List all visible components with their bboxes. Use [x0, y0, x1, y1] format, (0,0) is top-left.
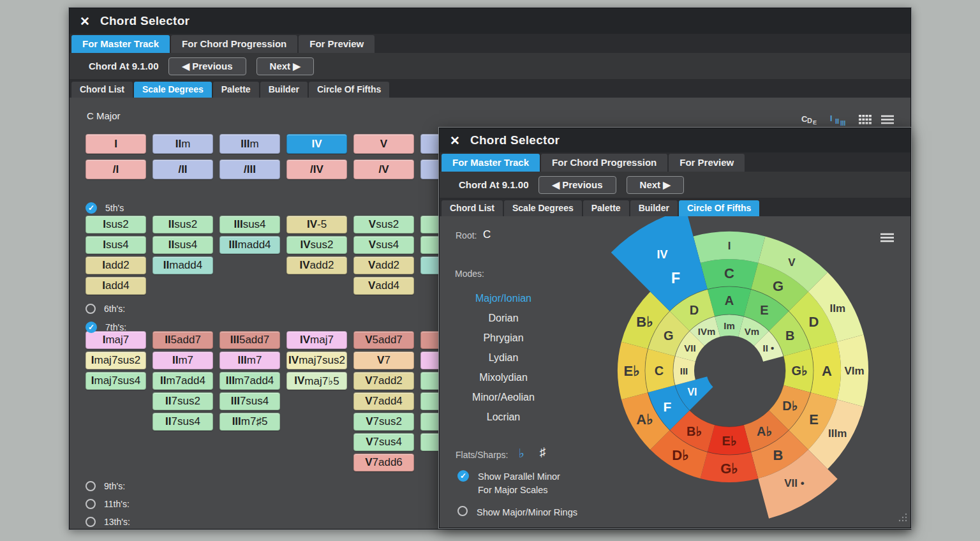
tab-for-master-track[interactable]: For Master Track: [442, 154, 540, 172]
close-icon[interactable]: ✕: [450, 133, 460, 148]
tab-chord-list[interactable]: Chord List: [442, 200, 503, 216]
chord-button-ivmaj7sus2[interactable]: IVmaj7sus2: [286, 352, 347, 369]
chord-button-ii7sus4[interactable]: II7sus4: [152, 413, 213, 431]
next-button[interactable]: Next ▶: [627, 176, 684, 194]
chord-button-i[interactable]: I: [85, 134, 146, 154]
chord-button-iiimadd4[interactable]: IIImadd4: [219, 236, 280, 254]
tab-for-preview[interactable]: For Preview: [299, 35, 375, 53]
chord-button-iiim7-5[interactable]: IIIm7♯5: [219, 413, 280, 431]
mode-item-dorian[interactable]: Dorian: [446, 313, 561, 324]
chord-button-iadd2[interactable]: Iadd2: [85, 256, 146, 274]
mode-item-locrian[interactable]: Locrian: [446, 411, 561, 423]
flat-icon[interactable]: ♭: [519, 446, 524, 461]
chord-button-v7sus4[interactable]: V7sus4: [353, 433, 414, 451]
chord-button-ii[interactable]: /II: [152, 159, 213, 179]
tab-for-master-track[interactable]: For Master Track: [71, 35, 170, 53]
chord-button-v7sus2[interactable]: V7sus2: [353, 413, 414, 431]
tab-palette[interactable]: Palette: [583, 200, 629, 216]
tab-circle-of-fifths[interactable]: Circle Of Fifths: [679, 200, 759, 216]
chord-button-iiim7add4[interactable]: IIIm7add4: [219, 372, 280, 390]
chord-button-iii7sus4[interactable]: III7sus4: [219, 392, 280, 410]
chord-button-i[interactable]: /I: [85, 159, 146, 179]
radio-icon[interactable]: [85, 517, 96, 527]
chord-button-vsus4[interactable]: Vsus4: [353, 236, 414, 254]
radio-icon[interactable]: [85, 481, 96, 491]
radio-icon[interactable]: [457, 506, 468, 516]
tab-for-chord-progression[interactable]: For Chord Progression: [171, 35, 297, 53]
tab-builder[interactable]: Builder: [260, 82, 308, 98]
chord-button-imaj7sus2[interactable]: Imaj7sus2: [85, 352, 146, 369]
option-show-parallel-minor[interactable]: ✓Show Parallel MinorFor Major Scales: [457, 470, 560, 497]
chord-button-imaj7sus4[interactable]: Imaj7sus4: [85, 372, 146, 390]
mode-item-mixolydian[interactable]: Mixolydian: [446, 372, 561, 383]
option-show-major-minor-rings[interactable]: Show Major/Minor Rings: [457, 506, 577, 519]
tab-palette[interactable]: Palette: [213, 82, 259, 98]
tab-for-preview[interactable]: For Preview: [669, 154, 745, 172]
checkbox-checked-icon[interactable]: ✓: [85, 202, 97, 214]
chord-button-ivsus2[interactable]: IVsus2: [286, 236, 347, 254]
radio-icon[interactable]: [85, 304, 96, 314]
next-button[interactable]: Next ▶: [256, 57, 314, 75]
chord-button-iv[interactable]: /IV: [286, 159, 347, 179]
close-icon[interactable]: ✕: [80, 14, 90, 29]
sharp-icon[interactable]: ♯: [540, 445, 546, 459]
radio-icon[interactable]: [85, 499, 96, 509]
scale-degrees-icon[interactable]: IIIIII: [830, 114, 849, 127]
chord-button-ii5add7[interactable]: II5add7: [152, 331, 213, 349]
menu-icon[interactable]: [881, 115, 894, 127]
grid-view-icon[interactable]: [859, 115, 872, 127]
tab-chord-list[interactable]: Chord List: [71, 82, 133, 98]
chord-button-v7[interactable]: V7: [353, 352, 414, 369]
chord-button-ivmaj7[interactable]: IVmaj7: [286, 331, 347, 349]
chord-button-isus4[interactable]: Isus4: [85, 236, 146, 254]
previous-button[interactable]: ◀ Previous: [168, 57, 246, 75]
checkbox-checked-icon[interactable]: ✓: [457, 470, 469, 482]
chord-button-iimadd4[interactable]: IImadd4: [152, 256, 213, 274]
mode-item-lydian[interactable]: Lydian: [446, 352, 561, 364]
tab-scale-degrees[interactable]: Scale Degrees: [134, 82, 212, 98]
mode-item-phrygian[interactable]: Phrygian: [446, 332, 561, 344]
wheel-label-iiim: IIIm: [828, 427, 847, 440]
chord-button-ii7sus2[interactable]: II7sus2: [152, 392, 213, 410]
chord-button-v[interactable]: /V: [353, 159, 414, 179]
chord-button-iim7add4[interactable]: IIm7add4: [152, 372, 213, 390]
tab-circle-of-fifths[interactable]: Circle Of Fifths: [309, 82, 389, 98]
chord-button-imaj7[interactable]: Imaj7: [85, 331, 146, 349]
chord-button-v[interactable]: V: [353, 134, 414, 154]
chord-button-vadd4[interactable]: Vadd4: [353, 277, 414, 295]
root-value[interactable]: C: [483, 228, 491, 241]
previous-button[interactable]: ◀ Previous: [538, 176, 616, 194]
chord-button-v7add2[interactable]: V7add2: [353, 372, 414, 390]
chord-button-iii5add7[interactable]: III5add7: [219, 331, 280, 349]
chord-button-iiisus4[interactable]: IIIsus4: [219, 216, 280, 233]
chord-button-iii[interactable]: /III: [219, 159, 280, 179]
note-names-icon[interactable]: CDE: [801, 114, 820, 127]
chord-button-v7add4[interactable]: V7add4: [353, 392, 414, 410]
chord-button-iiim[interactable]: IIIm: [219, 134, 280, 154]
chord-button-iisus4[interactable]: IIsus4: [152, 236, 213, 254]
chord-button-iv-5[interactable]: IV-5: [286, 216, 347, 233]
resize-grip[interactable]: [898, 513, 907, 524]
menu-icon[interactable]: [880, 233, 894, 245]
titlebar[interactable]: ✕ Chord Selector: [440, 128, 910, 152]
chord-button-vadd2[interactable]: Vadd2: [353, 256, 414, 274]
mode-item-major-ionian[interactable]: Major/Ionian: [446, 293, 561, 304]
chord-button-iisus2[interactable]: IIsus2: [152, 216, 213, 233]
chord-button-vsus2[interactable]: Vsus2: [353, 216, 414, 233]
titlebar[interactable]: ✕ Chord Selector: [70, 8, 910, 34]
chord-button-iim7[interactable]: IIm7: [152, 352, 213, 369]
chord-button-iiim7[interactable]: IIIm7: [219, 352, 280, 369]
chord-button-iv[interactable]: IV: [286, 134, 347, 154]
tab-builder[interactable]: Builder: [630, 200, 678, 216]
chord-button-ivmaj7-5[interactable]: IVmaj7♭5: [286, 372, 347, 390]
chord-button-v7add6[interactable]: V7add6: [353, 454, 414, 471]
tab-for-chord-progression[interactable]: For Chord Progression: [541, 154, 667, 172]
tab-scale-degrees[interactable]: Scale Degrees: [504, 200, 582, 216]
chord-button-ivadd2[interactable]: IVadd2: [286, 256, 347, 274]
chord-button-iim[interactable]: IIm: [152, 134, 213, 154]
checkbox-checked-icon[interactable]: ✓: [85, 322, 97, 333]
chord-button-v5add7[interactable]: V5add7: [353, 331, 414, 349]
chord-button-isus2[interactable]: Isus2: [85, 216, 146, 233]
chord-button-iadd4[interactable]: Iadd4: [85, 277, 146, 295]
mode-item-minor-aeolian[interactable]: Minor/Aeolian: [446, 392, 561, 403]
